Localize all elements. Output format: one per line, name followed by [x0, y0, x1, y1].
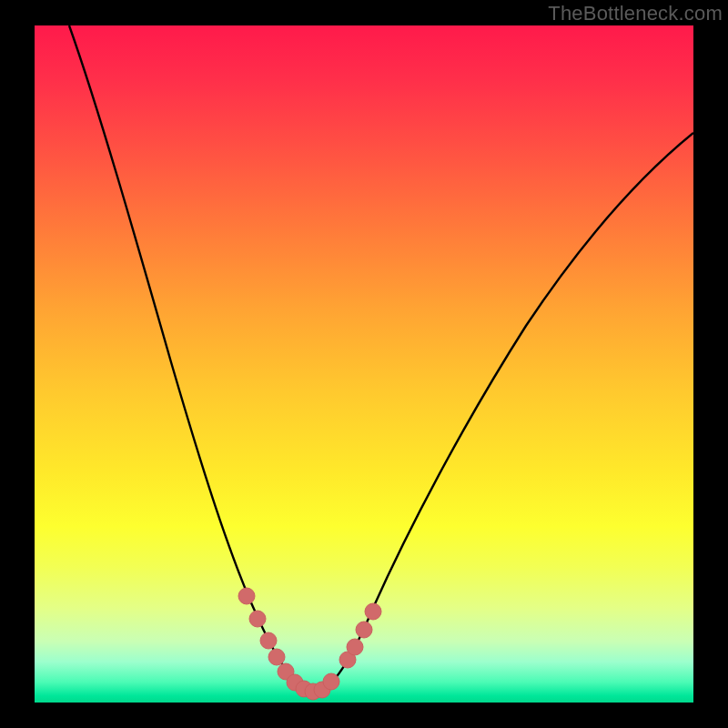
svg-point-9: [323, 673, 339, 690]
chart-frame: TheBottleneck.com: [0, 0, 728, 728]
highlight-markers: [238, 588, 381, 700]
svg-point-1: [249, 611, 266, 627]
svg-point-0: [238, 588, 255, 604]
bottleneck-curve: [35, 25, 693, 703]
plot-area: [35, 25, 693, 703]
svg-point-3: [268, 649, 285, 665]
svg-point-12: [356, 622, 372, 638]
svg-point-11: [347, 639, 363, 655]
curve-path: [69, 25, 693, 692]
svg-point-13: [365, 603, 381, 620]
svg-point-2: [260, 632, 277, 649]
watermark-text: TheBottleneck.com: [548, 2, 723, 25]
